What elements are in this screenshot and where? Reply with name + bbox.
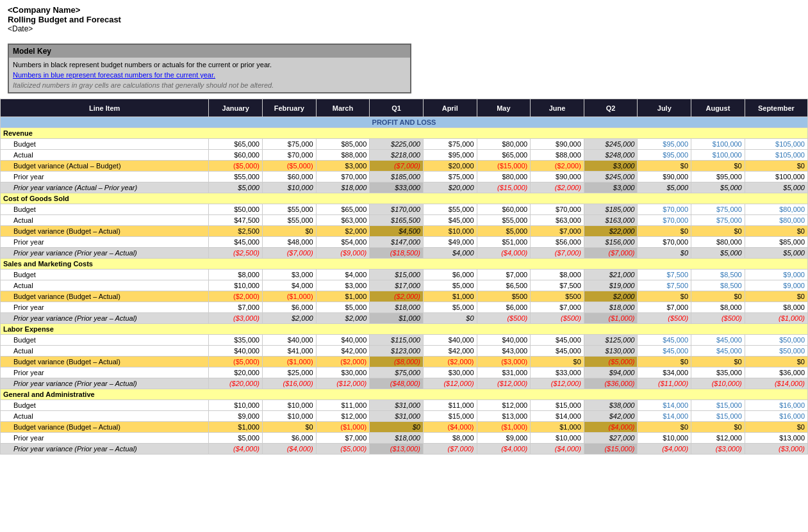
cell-0-1-6: $88,000 [531,150,584,161]
cell-3-4-4: ($12,000) [423,378,477,389]
cell-4-1-7: $42,000 [584,411,638,422]
row-label-4-1: Actual [1,411,209,422]
row-label-1-1: Actual [1,215,209,226]
cell-3-4-10: ($14,000) [745,378,807,389]
row-label-2-2: Budget variance (Budget – Actual) [1,291,209,302]
cell-2-0-0: $8,000 [209,270,263,280]
col-september: September [745,99,807,117]
cell-1-0-8: $70,000 [638,204,691,215]
cell-3-2-6: $0 [531,357,584,367]
cell-3-3-1: $25,000 [262,367,316,378]
cell-2-3-3: $18,000 [370,302,424,313]
cell-2-4-0: ($3,000) [209,313,263,324]
row-label-1-3: Prior year [1,237,209,248]
cell-3-3-7: $94,000 [584,367,638,378]
cell-0-1-5: $65,000 [477,150,531,161]
column-header-row: Line Item January February March Q1 Apri… [1,99,808,117]
cell-2-0-5: $7,000 [477,270,531,280]
cell-3-3-5: $31,000 [477,367,531,378]
data-row-1-2: Budget variance (Budget – Actual)$2,500$… [1,226,808,237]
cell-4-1-6: $14,000 [531,411,584,422]
cell-2-3-1: $6,000 [262,302,316,313]
row-label-0-0: Budget [1,139,209,150]
cell-0-3-0: $55,000 [209,172,263,182]
col-april: April [423,99,477,117]
cell-4-2-9: $0 [691,422,745,433]
cell-0-4-5: ($15,000) [477,182,531,193]
row-label-2-4: Prior year variance (Prior year – Actual… [1,313,209,324]
data-row-4-1: Actual$9,000$10,000$12,000$31,000$15,000… [1,411,808,422]
cell-2-1-10: $9,000 [745,280,807,291]
cell-4-2-6: $1,000 [531,422,584,433]
cell-4-4-2: ($5,000) [316,444,370,455]
cell-4-2-1: $0 [262,422,316,433]
cell-1-0-7: $185,000 [584,204,638,215]
cell-0-3-2: $70,000 [316,172,370,182]
cell-1-0-1: $55,000 [262,204,316,215]
row-label-2-0: Budget [1,270,209,280]
cell-2-1-7: $19,000 [584,280,638,291]
cell-2-3-8: $7,000 [638,302,691,313]
row-label-0-1: Actual [1,150,209,161]
cell-1-3-10: $85,000 [745,237,807,248]
cell-4-3-6: $10,000 [531,433,584,444]
cell-4-1-1: $10,000 [262,411,316,422]
category-label-2: Sales and Marketing Costs [1,259,808,270]
data-row-1-3: Prior year$45,000$48,000$54,000$147,000$… [1,237,808,248]
cell-4-1-3: $31,000 [370,411,424,422]
cell-2-0-10: $9,000 [745,270,807,280]
cell-3-0-10: $50,000 [745,335,807,346]
cell-1-2-7: $22,000 [584,226,638,237]
cell-1-0-0: $50,000 [209,204,263,215]
cell-1-4-5: ($4,000) [477,248,531,259]
cell-3-2-9: $0 [691,357,745,367]
cell-3-1-2: $42,000 [316,346,370,357]
cell-2-2-9: $0 [691,291,745,302]
cell-0-1-7: $248,000 [584,150,638,161]
cell-0-3-5: $80,000 [477,172,531,182]
cell-1-4-9: $5,000 [691,248,745,259]
cell-1-0-10: $80,000 [745,204,807,215]
cell-4-4-9: ($3,000) [691,444,745,455]
cell-4-4-10: ($3,000) [745,444,807,455]
cell-1-4-2: ($9,000) [316,248,370,259]
category-label-1: Cost of Goods Sold [1,193,808,204]
cell-3-1-6: $45,000 [531,346,584,357]
cell-0-2-4: $20,000 [423,161,477,172]
company-name: <Company Name> [8,5,169,15]
cell-0-4-9: $5,000 [691,182,745,193]
cell-3-2-10: $0 [745,357,807,367]
cell-2-4-3: $1,000 [370,313,424,324]
cell-4-3-4: $8,000 [423,433,477,444]
data-row-4-2: Budget variance (Budget – Actual)$1,000$… [1,422,808,433]
cell-2-4-6: ($500) [531,313,584,324]
cell-3-1-0: $40,000 [209,346,263,357]
cell-3-3-10: $36,000 [745,367,807,378]
cell-4-1-5: $13,000 [477,411,531,422]
row-label-3-3: Prior year [1,367,209,378]
cell-0-4-0: $5,000 [209,182,263,193]
cell-0-0-0: $65,000 [209,139,263,150]
model-key-line3: Italicized numbers in gray cells are cal… [13,80,406,90]
cell-4-0-3: $31,000 [370,400,424,411]
cell-1-1-5: $55,000 [477,215,531,226]
cell-0-0-10: $105,000 [745,139,807,150]
cell-3-0-4: $40,000 [423,335,477,346]
cell-0-3-10: $100,000 [745,172,807,182]
cell-2-2-0: ($2,000) [209,291,263,302]
cell-0-2-0: ($5,000) [209,161,263,172]
cell-3-1-10: $50,000 [745,346,807,357]
cell-1-2-3: $4,500 [370,226,424,237]
cell-2-1-8: $7,500 [638,280,691,291]
cell-0-0-5: $80,000 [477,139,531,150]
cell-1-4-1: ($7,000) [262,248,316,259]
cell-3-0-6: $45,000 [531,335,584,346]
cell-1-2-5: $5,000 [477,226,531,237]
col-january: January [209,99,263,117]
cell-0-4-4: $20,000 [423,182,477,193]
cell-0-2-2: $3,000 [316,161,370,172]
cell-4-3-7: $27,000 [584,433,638,444]
cell-1-3-5: $51,000 [477,237,531,248]
cell-0-1-8: $95,000 [638,150,691,161]
cell-2-2-5: $500 [477,291,531,302]
